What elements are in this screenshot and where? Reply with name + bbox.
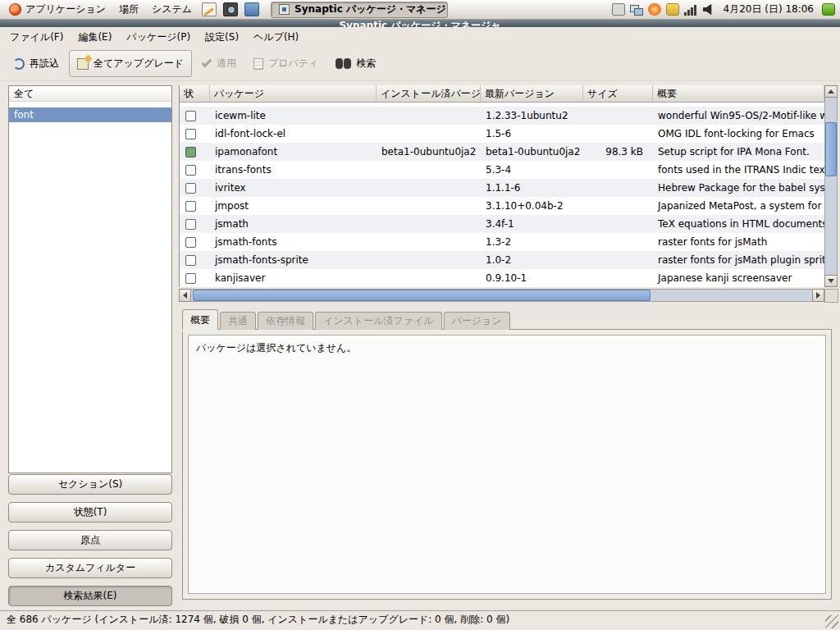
- refresh-icon: [13, 58, 25, 70]
- detail-text-area[interactable]: パッケージは選択されていません。: [188, 335, 826, 594]
- table-row[interactable]: itrans-fonts5.3-4fonts used in the ITRAN…: [180, 161, 824, 179]
- installed-version: beta1-0ubuntu0ja2: [377, 146, 481, 158]
- menu-settings[interactable]: 設定(S): [198, 27, 246, 47]
- menu-package[interactable]: パッケージ(P): [119, 27, 198, 47]
- toolbar-button-label: 全てアップグレード: [94, 57, 184, 71]
- status-cell: [180, 219, 210, 230]
- file-manager-launcher-icon[interactable]: [244, 2, 259, 16]
- latest-version: 1.1.1-6: [481, 182, 583, 194]
- table-row[interactable]: kanjisaver0.9.10-1Japanese kanji screens…: [180, 269, 824, 287]
- signal-strength-icon[interactable]: [684, 4, 698, 16]
- table-row[interactable]: jsmath-fonts-sprite1.0-2raster fonts for…: [180, 251, 824, 269]
- sidebar-list-header[interactable]: 全て: [9, 86, 171, 102]
- screenshot-launcher-icon[interactable]: [223, 2, 238, 16]
- vertical-scrollbar-thumb[interactable]: [825, 122, 837, 176]
- package-name: icewm-lite: [210, 110, 377, 121]
- status-bar: 全 686 パッケージ (インストール済: 1274 個, 破損 0 個, イン…: [0, 610, 840, 628]
- vertical-scrollbar[interactable]: [824, 85, 838, 287]
- network-manager-icon[interactable]: [822, 3, 835, 16]
- user-switcher-icon[interactable]: [666, 3, 679, 16]
- status-cell: [180, 201, 210, 212]
- package-name: jsmath-fonts: [210, 236, 377, 248]
- ubuntu-logo-icon: [9, 3, 21, 16]
- col-status[interactable]: 状: [180, 85, 210, 103]
- table-row[interactable]: icewm-lite1.2.33-1ubuntu2wonderful Win95…: [180, 107, 824, 125]
- latest-version: beta1-0ubuntu0ja2: [481, 146, 583, 158]
- network-computers-icon[interactable]: [630, 3, 643, 16]
- window-title: Synaptic パッケージ・マネージャ: [339, 20, 500, 27]
- system-menu[interactable]: システム: [145, 0, 199, 19]
- table-row[interactable]: jmpost3.1.10+0.04b-2Japanized MetaPost, …: [180, 197, 824, 215]
- col-installed-version[interactable]: インストール済バージョン: [377, 85, 481, 103]
- sidebar-list: 全て font: [8, 85, 172, 473]
- table-row[interactable]: ipamonafontbeta1-0ubuntu0ja2beta1-0ubunt…: [180, 143, 824, 161]
- tab-description[interactable]: 概要: [182, 309, 218, 330]
- status-cell: [180, 273, 210, 284]
- origin-button[interactable]: 原点: [8, 530, 172, 550]
- table-row[interactable]: ivritex1.1.1-6Hebrew Package for the bab…: [180, 179, 824, 197]
- resize-grip[interactable]: [825, 615, 838, 628]
- menu-file[interactable]: ファイル(F): [2, 27, 71, 47]
- latest-version: 0.9.10-1: [481, 272, 583, 284]
- properties-button: プロパティ: [246, 51, 326, 76]
- window-titlebar: Synaptic パッケージ・マネージャ: [0, 20, 840, 27]
- status-cell: [180, 165, 210, 176]
- table-row[interactable]: jsmath-fonts1.3-2raster fonts for jsMath: [180, 233, 824, 251]
- volume-icon[interactable]: [703, 4, 715, 16]
- menu-edit[interactable]: 編集(E): [71, 27, 119, 47]
- package-checkbox[interactable]: [185, 201, 196, 212]
- package-checkbox[interactable]: [185, 219, 196, 230]
- package-size: 98.3 kB: [583, 146, 653, 158]
- applications-menu-label: アプリケーション: [25, 2, 106, 16]
- table-row[interactable]: idl-font-lock-el1.5-6OMG IDL font-lockin…: [180, 125, 824, 143]
- col-package[interactable]: パッケージ: [210, 85, 377, 103]
- sections-button[interactable]: セクション(S): [8, 474, 172, 495]
- status-button[interactable]: 状態(T): [8, 502, 172, 523]
- col-latest-version[interactable]: 最新バージョン: [481, 85, 583, 103]
- horizontal-scrollbar-thumb[interactable]: [193, 290, 651, 301]
- package-checkbox[interactable]: [185, 237, 196, 248]
- custom-filters-button[interactable]: カスタムフィルター: [8, 558, 172, 578]
- horizontal-scrollbar[interactable]: [179, 289, 824, 302]
- package-summary: Japanese kanji screensaver: [653, 272, 824, 284]
- package-checkbox[interactable]: [185, 165, 196, 176]
- status-cell: [180, 183, 210, 194]
- sidebar-list-item[interactable]: font: [9, 107, 171, 122]
- package-checkbox[interactable]: [185, 183, 196, 194]
- scroll-up-button[interactable]: [824, 85, 838, 98]
- status-text: 全 686 パッケージ (インストール済: 1274 個, 破損 0 個, イン…: [7, 613, 509, 627]
- update-notifier-icon[interactable]: [648, 3, 661, 16]
- latest-version: 5.3-4: [481, 164, 583, 176]
- mark-all-upgrades-button[interactable]: 全てアップグレード: [69, 50, 192, 77]
- status-cell: [180, 147, 210, 158]
- taskbar-window-button[interactable]: Synaptic パッケージ・マネージャ: [271, 2, 448, 18]
- package-checkbox[interactable]: [185, 255, 196, 266]
- package-summary: fonts used in the ITRANS Indic text: [653, 164, 824, 176]
- package-summary: Hebrew Package for the babel syste: [653, 182, 824, 194]
- package-name: kanjisaver: [210, 272, 377, 284]
- reload-button[interactable]: 再読込: [6, 51, 66, 76]
- scroll-left-button[interactable]: [179, 289, 191, 302]
- panel-right: 4月20日 (日) 18:06: [609, 0, 838, 19]
- top-panel: アプリケーション 場所 システム Synaptic パッケージ・マネージャ 4: [0, 0, 840, 20]
- scroll-right-button[interactable]: [812, 289, 824, 302]
- printer-tray-icon[interactable]: [612, 3, 625, 16]
- package-checkbox[interactable]: [185, 129, 196, 139]
- detail-panel: パッケージは選択されていません。: [182, 329, 832, 600]
- apply-button: 適用: [194, 51, 244, 76]
- panel-clock[interactable]: 4月20日 (日) 18:06: [718, 2, 819, 16]
- package-checkbox[interactable]: [185, 273, 196, 284]
- tab-common: 共通: [220, 312, 256, 330]
- applications-menu[interactable]: アプリケーション: [2, 0, 112, 19]
- table-row[interactable]: jsmath3.4f-1TeX equations in HTML docume…: [180, 215, 824, 233]
- search-results-button[interactable]: 検索結果(E): [8, 586, 172, 606]
- places-menu[interactable]: 場所: [112, 0, 145, 19]
- text-editor-launcher-icon[interactable]: [202, 2, 217, 16]
- menu-help[interactable]: ヘルプ(H): [246, 27, 306, 47]
- col-size[interactable]: サイズ: [583, 85, 653, 103]
- package-checkbox[interactable]: [185, 111, 196, 121]
- scroll-down-button[interactable]: [824, 275, 838, 287]
- package-checkbox[interactable]: [185, 147, 196, 158]
- search-button[interactable]: 検索: [328, 51, 383, 76]
- col-summary[interactable]: 概要: [653, 85, 824, 103]
